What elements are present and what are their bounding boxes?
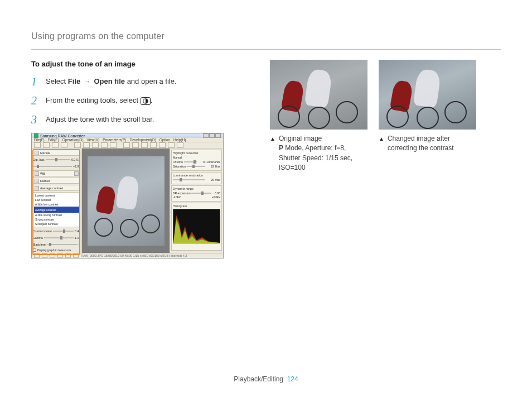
- footer-section: Playback/Editing: [234, 375, 283, 383]
- lp-cc-label: Contrast center: [33, 229, 52, 233]
- lp-default[interactable]: Default: [40, 179, 50, 183]
- lp-cc-value: 0.48: [75, 229, 80, 233]
- rp-chroma-label: Chroma: [173, 160, 183, 164]
- original-image: [270, 60, 367, 130]
- rp-hue-label: Hue: [215, 165, 220, 168]
- cap-l1: Original image: [279, 135, 322, 142]
- rp-highlight: Highlight controller: [173, 151, 220, 155]
- opt-littlestrong[interactable]: A little strong contrast: [34, 213, 79, 217]
- menu-view[interactable]: View(V): [87, 138, 100, 142]
- lp-manual[interactable]: Manual: [40, 151, 50, 155]
- step-bold-file: File: [68, 77, 80, 85]
- step-number: 2: [31, 95, 40, 106]
- app-titlebar: Samsung RAW Converter: [32, 133, 223, 138]
- changed-caption: ▲ Changed image after correcting the con…: [379, 134, 476, 154]
- lp-expbias-value: 0.0: [71, 158, 75, 161]
- rp-chroma-val: 74: [198, 160, 206, 164]
- rp-lum-val: 20: [206, 178, 214, 181]
- window-buttons[interactable]: [203, 133, 221, 138]
- step-text: Select File → Open file and open a file.: [46, 76, 177, 87]
- rp-histogram-label: Histogram: [173, 204, 220, 208]
- opt-low[interactable]: Low contrast: [34, 198, 79, 202]
- lp-contrast[interactable]: Average contrast: [40, 186, 63, 190]
- cap-l2: Mode, Aperture: f=8,: [283, 144, 346, 152]
- rp-drexp-val: 0.00: [212, 192, 220, 195]
- footer-page: 124: [287, 375, 298, 383]
- step-number: 1: [31, 76, 40, 87]
- lp-gamma-value: 1.15: [75, 236, 80, 240]
- rp-lum-label: Luminance: [207, 160, 220, 164]
- status-text: RAW_0000.JPG 16/05/2010 09:45:00 1/15 s …: [81, 254, 187, 257]
- divider: [31, 49, 501, 50]
- rp-drexp-label: DR expansion: [173, 192, 190, 195]
- step-text: Adjust the tone with the scroll bar.: [46, 114, 154, 125]
- page-footer: Playback/Editing 124: [0, 375, 532, 383]
- rp-lumrest: Luminance restoration: [173, 174, 220, 177]
- step-3: 3 Adjust the tone with the scroll bar.: [31, 114, 243, 125]
- contrast-icon: [141, 97, 151, 105]
- app-toolbar[interactable]: [32, 142, 223, 149]
- opt-lowest[interactable]: Lowest contrast: [34, 193, 79, 198]
- step-post: and open a file.: [125, 77, 177, 85]
- opt-strong[interactable]: Strong contrast: [34, 217, 79, 222]
- menu-parameters[interactable]: Parameters(P): [103, 138, 126, 142]
- menu-operation[interactable]: Operation(O): [62, 138, 84, 142]
- step-1: 1 Select File → Open file and open a fil…: [31, 76, 243, 87]
- cap-r1: Changed image after: [388, 135, 450, 142]
- cap-l2-b: P: [279, 144, 283, 152]
- cap-l3: Shutter Speed: 1/15 sec,: [279, 154, 352, 162]
- rp-dr-min: -2.0EV: [173, 196, 181, 199]
- triangle-icon: ▲: [379, 134, 384, 154]
- app-title: Samsung RAW Converter: [40, 134, 85, 138]
- app-menubar[interactable]: File(F) Edit(E) Operation(O) View(V) Par…: [32, 138, 223, 142]
- triangle-icon: ▲: [270, 134, 275, 173]
- steps-list: 1 Select File → Open file and open a fil…: [31, 76, 243, 125]
- histogram: [173, 209, 220, 243]
- menu-help[interactable]: Help(H): [173, 138, 186, 142]
- step-text: From the editing tools, select .: [46, 95, 152, 106]
- changed-image: [379, 60, 476, 130]
- menu-development[interactable]: Development(D): [130, 138, 156, 142]
- step-2: 2 From the editing tools, select .: [31, 95, 243, 106]
- lp-black-value: 0: [79, 243, 80, 246]
- menu-edit[interactable]: Edit(E): [48, 138, 59, 142]
- app-screenshot: Samsung RAW Converter File(F) Edit(E) Op…: [31, 133, 224, 259]
- rp-dr-max: +0.0EV: [212, 196, 220, 199]
- step-pre: From the editing tools, select: [46, 96, 141, 104]
- step-post: .: [151, 96, 153, 104]
- cap-l4: ISO=100: [279, 164, 306, 171]
- lp-gamma-label: Gamma: [33, 236, 43, 240]
- original-caption: ▲ Original image P Mode, Aperture: f=8, …: [270, 134, 367, 173]
- left-panel[interactable]: Manual Exp. bias0.00.0 +2.00 WB Default …: [32, 149, 82, 253]
- right-panel[interactable]: Highlight controller Manual Chroma74Lumi…: [170, 149, 223, 253]
- lp-wb[interactable]: WB: [40, 172, 45, 175]
- image-canvas[interactable]: [82, 149, 170, 253]
- lp-checkbox[interactable]: Display graph in tone curve: [37, 248, 71, 252]
- rp-manual[interactable]: Manual: [173, 156, 182, 159]
- app-statusbar: RAW_0000.JPG 16/05/2010 09:45:00 1/15 s …: [32, 253, 223, 258]
- rp-dr: Dynamic range: [173, 187, 220, 190]
- step-pre: Select: [46, 77, 68, 85]
- lp-expbias-inc: 0.0: [76, 158, 80, 161]
- step-number: 3: [31, 114, 40, 125]
- rp-sat-val: 22: [206, 165, 214, 168]
- rp-sat-label: Saturation: [173, 165, 186, 168]
- menu-option[interactable]: Option: [159, 138, 170, 142]
- section-title: Using programs on the computer: [31, 31, 501, 41]
- arrow-icon: →: [83, 77, 92, 85]
- menu-file[interactable]: File(F): [34, 138, 45, 142]
- lp-black-label: Black level: [33, 243, 46, 246]
- opt-average[interactable]: Average contrast: [34, 207, 79, 213]
- subheading: To adjust the tone of an image: [31, 60, 243, 68]
- opt-littlelow[interactable]: A little low contrast: [34, 202, 79, 207]
- step-bold-openfile: Open file: [94, 77, 125, 85]
- cap-r2: correcting the contrast: [388, 144, 454, 152]
- lp-expbias-label: Exp. bias: [33, 158, 45, 161]
- preview-image: [88, 156, 165, 246]
- opt-strongest[interactable]: Strongest contrast: [34, 222, 79, 226]
